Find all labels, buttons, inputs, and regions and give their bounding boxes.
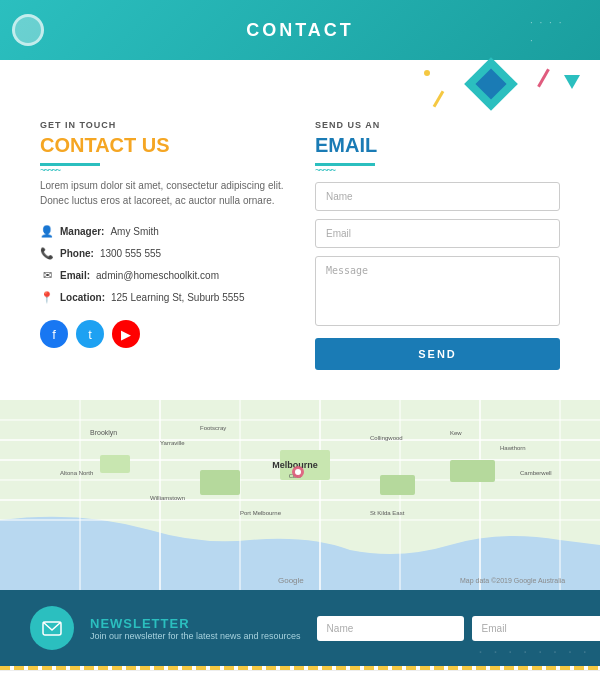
right-section-heading: EMAIL — [315, 134, 560, 157]
slash-decoration-1 — [537, 69, 550, 88]
social-icons: f t ▶ — [40, 320, 285, 348]
newsletter-dots-decoration: · · · · · · · · — [478, 643, 590, 661]
triangle-decoration — [564, 75, 580, 89]
svg-text:Altona North: Altona North — [60, 470, 93, 476]
contact-location: 📍 Location: 125 Learning St, Suburb 5555 — [40, 290, 285, 304]
svg-rect-18 — [450, 460, 495, 482]
left-description: Lorem ipsum dolor sit amet, consectetur … — [40, 178, 285, 208]
youtube-button[interactable]: ▶ — [112, 320, 140, 348]
left-column: GET IN TOUCH CONTACT US Lorem ipsum dolo… — [40, 120, 285, 370]
svg-text:Map data ©2019 Google  Austral: Map data ©2019 Google Australia — [460, 577, 565, 585]
newsletter-inputs: JOIN — [317, 616, 600, 641]
page-header: CONTACT — [0, 0, 600, 60]
svg-text:Williamstown: Williamstown — [150, 495, 185, 501]
header-circle-decoration — [12, 14, 44, 46]
svg-point-33 — [295, 469, 301, 475]
newsletter-icon-wrap — [30, 606, 74, 650]
location-icon: 📍 — [40, 290, 54, 304]
contact-phone: 📞 Phone: 1300 555 555 — [40, 246, 285, 260]
decorative-area — [0, 60, 600, 100]
page-title: CONTACT — [246, 20, 354, 41]
left-section-label: GET IN TOUCH — [40, 120, 285, 130]
newsletter-name-input[interactable] — [317, 616, 464, 641]
main-content: GET IN TOUCH CONTACT US Lorem ipsum dolo… — [0, 100, 600, 400]
right-section-underline — [315, 163, 375, 166]
svg-text:Yarraville: Yarraville — [160, 440, 185, 446]
svg-text:Brooklyn: Brooklyn — [90, 429, 117, 437]
location-value: 125 Learning St, Suburb 5555 — [111, 292, 244, 303]
email-info-label: Email: — [60, 270, 90, 281]
phone-label: Phone: — [60, 248, 94, 259]
newsletter-icon — [41, 617, 63, 639]
svg-text:Hawthorn: Hawthorn — [500, 445, 526, 451]
header-dots-decoration — [530, 12, 570, 24]
email-input[interactable] — [315, 219, 560, 248]
newsletter-email-input[interactable] — [472, 616, 600, 641]
svg-rect-14 — [200, 470, 240, 495]
svg-text:Camberwell: Camberwell — [520, 470, 552, 476]
contact-manager: 👤 Manager: Amy Smith — [40, 224, 285, 238]
name-input[interactable] — [315, 182, 560, 211]
dot-decoration — [424, 70, 430, 76]
map-container: Melbourne CBD Brooklyn Yarraville Footsc… — [0, 400, 600, 590]
right-section-label: SEND US AN — [315, 120, 560, 130]
svg-text:St Kilda East: St Kilda East — [370, 510, 405, 516]
newsletter-section: NEWSLETTER Join our newsletter for the l… — [0, 590, 600, 666]
send-button[interactable]: SEND — [315, 338, 560, 370]
svg-text:Collingwood: Collingwood — [370, 435, 403, 441]
right-column: SEND US AN EMAIL SEND — [315, 120, 560, 370]
message-input[interactable] — [315, 256, 560, 326]
phone-icon: 📞 — [40, 246, 54, 260]
phone-value: 1300 555 555 — [100, 248, 161, 259]
svg-text:Kew: Kew — [450, 430, 462, 436]
left-section-underline — [40, 163, 100, 166]
manager-value: Amy Smith — [110, 226, 158, 237]
svg-rect-16 — [380, 475, 415, 495]
newsletter-text: NEWSLETTER Join our newsletter for the l… — [90, 616, 301, 641]
left-section-heading: CONTACT US — [40, 134, 285, 157]
contact-info: 👤 Manager: Amy Smith 📞 Phone: 1300 555 5… — [40, 224, 285, 304]
email-info-icon: ✉ — [40, 268, 54, 282]
svg-text:Port Melbourne: Port Melbourne — [240, 510, 282, 516]
manager-label: Manager: — [60, 226, 104, 237]
location-label: Location: — [60, 292, 105, 303]
twitter-button[interactable]: t — [76, 320, 104, 348]
svg-rect-17 — [100, 455, 130, 473]
email-info-value: admin@homeschoolkit.com — [96, 270, 219, 281]
svg-text:Google: Google — [278, 576, 304, 585]
map-svg: Melbourne CBD Brooklyn Yarraville Footsc… — [0, 400, 600, 590]
manager-icon: 👤 — [40, 224, 54, 238]
footer: HOME SCHOOL RESOURCES ONLINE WordPress s… — [0, 670, 600, 680]
contact-email: ✉ Email: admin@homeschoolkit.com — [40, 268, 285, 282]
facebook-button[interactable]: f — [40, 320, 68, 348]
svg-text:Footscray: Footscray — [200, 425, 226, 431]
newsletter-desc: Join our newsletter for the latest news … — [90, 631, 301, 641]
newsletter-title: NEWSLETTER — [90, 616, 301, 631]
